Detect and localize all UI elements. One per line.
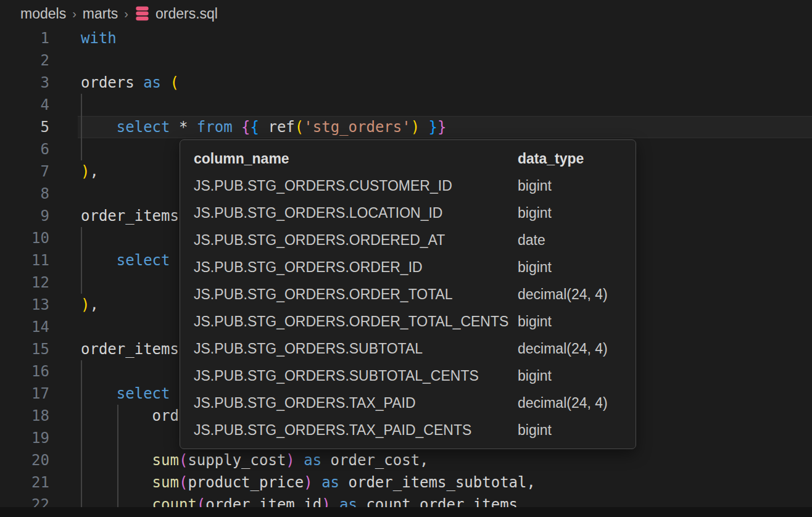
- data-type-cell: decimal(24, 4): [518, 395, 622, 412]
- line-number[interactable]: 14: [0, 316, 49, 338]
- database-icon: [135, 6, 150, 22]
- line-number[interactable]: 20: [0, 449, 49, 471]
- popup-header-row: column_name data_type: [180, 145, 636, 172]
- line-number[interactable]: 7: [0, 160, 49, 183]
- column-name-cell: JS.PUB.STG_ORDERS.ORDERED_AT: [194, 232, 518, 249]
- popup-header-data-type: data_type: [518, 151, 622, 167]
- column-row: JS.PUB.STG_ORDERS.SUBTOTAL_CENTSbigint: [180, 362, 636, 389]
- code-line-1[interactable]: 1with: [0, 27, 812, 49]
- line-number[interactable]: 13: [0, 294, 49, 316]
- column-row: JS.PUB.STG_ORDERS.ORDERED_ATdate: [180, 226, 636, 254]
- line-number[interactable]: 21: [0, 471, 49, 494]
- line-number[interactable]: 15: [0, 338, 49, 360]
- data-type-cell: bigint: [518, 178, 622, 194]
- line-number[interactable]: 6: [0, 138, 49, 160]
- line-number[interactable]: 5: [0, 116, 49, 138]
- code-line-2[interactable]: 2: [0, 49, 812, 72]
- code-text: order_items: [81, 338, 179, 360]
- column-name-cell: JS.PUB.STG_ORDERS.CUSTOMER_ID: [194, 178, 518, 194]
- column-name-cell: JS.PUB.STG_ORDERS.ORDER_TOTAL_CENTS: [194, 313, 518, 330]
- code-text: select * from {{ ref('stg_orders') }}: [81, 116, 446, 138]
- line-number[interactable]: 9: [0, 205, 49, 227]
- code-text: order_items: [81, 205, 179, 227]
- bottom-edge: [0, 507, 812, 517]
- column-row: JS.PUB.STG_ORDERS.CUSTOMER_IDbigint: [180, 172, 636, 199]
- line-number[interactable]: 19: [0, 427, 49, 449]
- data-type-cell: decimal(24, 4): [518, 286, 622, 303]
- line-number[interactable]: 12: [0, 271, 49, 294]
- column-name-cell: JS.PUB.STG_ORDERS.LOCATION_ID: [194, 205, 518, 221]
- data-type-cell: bigint: [518, 205, 622, 221]
- code-line-20[interactable]: 20 sum(supply_cost) as order_cost,: [0, 449, 812, 471]
- code-text: orders as (: [81, 72, 179, 94]
- column-name-cell: JS.PUB.STG_ORDERS.ORDER_TOTAL: [194, 286, 518, 303]
- code-text: select: [81, 383, 170, 405]
- data-type-cell: bigint: [518, 313, 622, 330]
- code-text: ),: [81, 294, 99, 316]
- line-number[interactable]: 17: [0, 383, 49, 405]
- line-number[interactable]: 3: [0, 72, 49, 94]
- column-name-cell: JS.PUB.STG_ORDERS.ORDER_ID: [194, 259, 518, 276]
- breadcrumb-item-models[interactable]: models: [20, 6, 66, 22]
- column-row: JS.PUB.STG_ORDERS.TAX_PAID_CENTSbigint: [180, 416, 636, 444]
- code-text: ),: [81, 160, 99, 183]
- column-name-cell: JS.PUB.STG_ORDERS.SUBTOTAL: [194, 341, 518, 357]
- column-name-cell: JS.PUB.STG_ORDERS.SUBTOTAL_CENTS: [194, 368, 518, 384]
- breadcrumb-item-marts[interactable]: marts: [83, 6, 118, 22]
- code-text: with: [81, 27, 117, 49]
- column-row: JS.PUB.STG_ORDERS.SUBTOTALdecimal(24, 4): [180, 335, 636, 362]
- code-line-21[interactable]: 21 sum(product_price) as order_items_sub…: [0, 471, 812, 494]
- line-number[interactable]: 10: [0, 227, 49, 249]
- column-row: JS.PUB.STG_ORDERS.ORDER_IDbigint: [180, 254, 636, 281]
- line-number[interactable]: 16: [0, 360, 49, 383]
- code-text: ord: [81, 405, 179, 427]
- code-line-3[interactable]: 3orders as (: [0, 72, 812, 94]
- code-text: sum(product_price) as order_items_subtot…: [81, 471, 536, 494]
- code-text: select: [81, 249, 170, 271]
- chevron-right-icon: ›: [72, 7, 77, 21]
- line-number[interactable]: 11: [0, 249, 49, 271]
- code-text: sum(supply_cost) as order_cost,: [81, 449, 429, 471]
- line-number[interactable]: 8: [0, 183, 49, 205]
- line-number[interactable]: 4: [0, 94, 49, 116]
- data-type-cell: bigint: [518, 259, 622, 276]
- chevron-right-icon: ›: [124, 7, 128, 21]
- code-line-5[interactable]: 5 select * from {{ ref('stg_orders') }}: [0, 116, 812, 138]
- column-row: JS.PUB.STG_ORDERS.ORDER_TOTALdecimal(24,…: [180, 281, 636, 308]
- data-type-cell: date: [518, 232, 622, 249]
- code-line-4[interactable]: 4: [0, 94, 812, 116]
- popup-header-column-name: column_name: [194, 151, 518, 167]
- column-row: JS.PUB.STG_ORDERS.TAX_PAIDdecimal(24, 4): [180, 389, 636, 416]
- column-info-popup: column_name data_type JS.PUB.STG_ORDERS.…: [180, 139, 636, 449]
- line-number[interactable]: 2: [0, 49, 49, 72]
- column-name-cell: JS.PUB.STG_ORDERS.TAX_PAID_CENTS: [194, 422, 518, 439]
- data-type-cell: bigint: [518, 422, 622, 439]
- data-type-cell: bigint: [518, 368, 622, 384]
- data-type-cell: decimal(24, 4): [518, 341, 622, 357]
- editor-window: models › marts › orders.sql 1with23order…: [0, 0, 812, 517]
- breadcrumb-item-file[interactable]: orders.sql: [155, 6, 218, 22]
- column-row: JS.PUB.STG_ORDERS.LOCATION_IDbigint: [180, 199, 636, 226]
- line-number[interactable]: 1: [0, 27, 49, 49]
- column-name-cell: JS.PUB.STG_ORDERS.TAX_PAID: [194, 395, 518, 412]
- column-row: JS.PUB.STG_ORDERS.ORDER_TOTAL_CENTSbigin…: [180, 308, 636, 335]
- line-number[interactable]: 18: [0, 405, 49, 427]
- breadcrumb: models › marts › orders.sql: [0, 0, 812, 27]
